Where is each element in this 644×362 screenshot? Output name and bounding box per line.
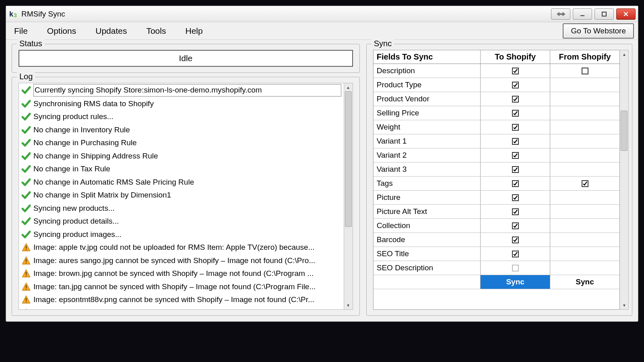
checkbox[interactable] bbox=[512, 110, 519, 117]
sync-to-cell bbox=[481, 64, 550, 78]
maximize-button[interactable] bbox=[594, 8, 614, 20]
scroll-up-icon[interactable]: ▴ bbox=[344, 83, 353, 91]
log-text: Image: epsontmt88v.png cannot be synced … bbox=[33, 294, 314, 306]
sync-field-name: Tags bbox=[374, 177, 481, 190]
scroll-thumb[interactable] bbox=[621, 111, 627, 151]
sync-to-cell bbox=[481, 106, 550, 120]
sync-field-name: SEO Title bbox=[374, 247, 481, 261]
checkbox[interactable] bbox=[512, 68, 519, 74]
sync-to-button[interactable]: Sync bbox=[481, 275, 550, 289]
log-row[interactable]: No change in Tax Rule bbox=[19, 162, 344, 176]
log-row[interactable]: Image: brown.jpg cannot be synced with S… bbox=[19, 267, 344, 280]
log-text: Image: price-list-tm-t88v-i-hub.png.png … bbox=[33, 307, 317, 310]
sync-row: Picture Alt Text bbox=[374, 205, 619, 219]
sync-row: Weight bbox=[374, 120, 619, 134]
sync-from-cell bbox=[550, 177, 619, 190]
check-icon bbox=[21, 164, 31, 174]
close-button[interactable] bbox=[616, 8, 636, 20]
log-row[interactable]: Image: apple tv.jpg could not be uploade… bbox=[19, 241, 344, 254]
checkbox[interactable] bbox=[512, 152, 519, 159]
sync-from-cell bbox=[550, 247, 619, 261]
checkbox[interactable] bbox=[512, 166, 519, 173]
log-row[interactable]: Currently syncing Shopify Store:simon-ls… bbox=[19, 83, 344, 97]
warning-icon bbox=[21, 282, 31, 292]
checkbox[interactable] bbox=[512, 138, 519, 145]
log-row[interactable]: No change in Automatic RMS Sale Pricing … bbox=[19, 176, 344, 189]
sync-scrollbar[interactable]: ▴ ▾ bbox=[620, 50, 629, 310]
sync-group: Sync Fields To Sync To Shopify From Shop… bbox=[366, 44, 632, 316]
log-row[interactable]: No change in Purchasing Rule bbox=[19, 136, 344, 150]
sync-field-name: Product Type bbox=[374, 78, 481, 92]
menu-updates[interactable]: Updates bbox=[91, 25, 131, 37]
checkbox[interactable] bbox=[512, 237, 519, 243]
sync-row: Selling Price bbox=[374, 106, 619, 120]
sync-from-button[interactable]: Sync bbox=[550, 275, 619, 289]
log-row[interactable]: Image: price-list-tm-t88v-i-hub.png.png … bbox=[19, 306, 344, 310]
title-bar: k3 RMSify Sync bbox=[6, 6, 638, 22]
log-list[interactable]: Currently syncing Shopify Store:simon-ls… bbox=[19, 83, 344, 310]
sync-row: SEO Title bbox=[374, 247, 619, 261]
log-row[interactable]: Syncing product rules... bbox=[19, 110, 344, 123]
log-row[interactable]: Image: tan.jpg cannot be synced with Sho… bbox=[19, 280, 344, 294]
check-icon bbox=[21, 216, 31, 226]
log-row[interactable]: Image: aures sango.jpg cannot be synced … bbox=[19, 254, 344, 267]
log-legend: Log bbox=[17, 72, 35, 81]
check-icon bbox=[21, 112, 31, 121]
log-text: Syncing new products... bbox=[33, 203, 115, 214]
checkbox[interactable] bbox=[512, 96, 519, 103]
log-row[interactable]: Syncing product details... bbox=[19, 215, 344, 228]
checkbox[interactable] bbox=[512, 251, 519, 257]
checkbox[interactable] bbox=[582, 68, 588, 74]
checkbox[interactable] bbox=[512, 180, 519, 187]
log-row[interactable]: Image: epsontmt88v.png cannot be synced … bbox=[19, 293, 344, 306]
svg-rect-1 bbox=[602, 12, 606, 16]
sync-from-cell bbox=[550, 78, 619, 92]
sync-to-cell bbox=[481, 134, 550, 148]
menu-options[interactable]: Options bbox=[43, 25, 80, 37]
log-row[interactable]: Synchronising RMS data to Shopify bbox=[19, 97, 344, 111]
check-icon bbox=[21, 230, 31, 239]
sync-from-cell bbox=[550, 162, 619, 176]
scroll-up-icon[interactable]: ▴ bbox=[620, 50, 628, 58]
sync-field-name: Picture bbox=[374, 191, 481, 204]
warning-icon bbox=[21, 243, 31, 252]
sync-from-cell bbox=[550, 64, 619, 78]
log-scrollbar[interactable]: ▴ ▾ bbox=[344, 83, 353, 310]
content-area: Status Idle Log Currently syncing Shopif… bbox=[6, 40, 638, 321]
menu-bar: File Options Updates Tools Help Go To We… bbox=[6, 22, 638, 40]
sync-legend: Sync bbox=[372, 39, 394, 48]
log-row[interactable]: Syncing product images... bbox=[19, 228, 344, 241]
log-row[interactable]: No change in Inventory Rule bbox=[19, 123, 344, 137]
checkbox[interactable] bbox=[512, 222, 519, 229]
menu-tools[interactable]: Tools bbox=[142, 25, 170, 37]
warning-icon bbox=[21, 269, 31, 278]
log-text: Image: apple tv.jpg could not be uploade… bbox=[33, 242, 314, 253]
menu-file[interactable]: File bbox=[10, 25, 32, 37]
sync-row: Product Vendor bbox=[374, 92, 619, 106]
sync-row: Barcode bbox=[374, 233, 619, 247]
log-text: Image: aures sango.jpg cannot be synced … bbox=[33, 255, 315, 267]
svg-rect-2 bbox=[26, 246, 27, 249]
log-row[interactable]: No change in Split Matrix by Dimension1 bbox=[19, 189, 344, 202]
svg-rect-6 bbox=[26, 272, 27, 275]
check-icon bbox=[21, 151, 31, 161]
checkbox[interactable] bbox=[512, 124, 519, 131]
checkbox[interactable] bbox=[582, 180, 588, 187]
log-row[interactable]: Syncing new products... bbox=[19, 202, 344, 215]
sync-row: Variant 1 bbox=[374, 134, 619, 148]
scroll-down-icon[interactable]: ▾ bbox=[620, 301, 628, 309]
checkbox[interactable] bbox=[512, 265, 519, 272]
sync-arrows-icon[interactable] bbox=[551, 8, 570, 20]
checkbox[interactable] bbox=[512, 82, 519, 88]
checkbox[interactable] bbox=[512, 208, 519, 215]
go-to-webstore-button[interactable]: Go To Webstore bbox=[563, 23, 634, 39]
scroll-down-icon[interactable]: ▾ bbox=[344, 301, 353, 309]
checkbox[interactable] bbox=[512, 194, 519, 201]
svg-rect-8 bbox=[26, 285, 27, 288]
menu-help[interactable]: Help bbox=[181, 25, 206, 37]
log-row[interactable]: No change in Shipping Address Rule bbox=[19, 150, 344, 163]
scroll-thumb[interactable] bbox=[345, 91, 352, 227]
sync-from-cell bbox=[550, 205, 619, 218]
sync-field-name: SEO Description bbox=[374, 261, 481, 275]
minimize-button[interactable] bbox=[573, 8, 592, 20]
